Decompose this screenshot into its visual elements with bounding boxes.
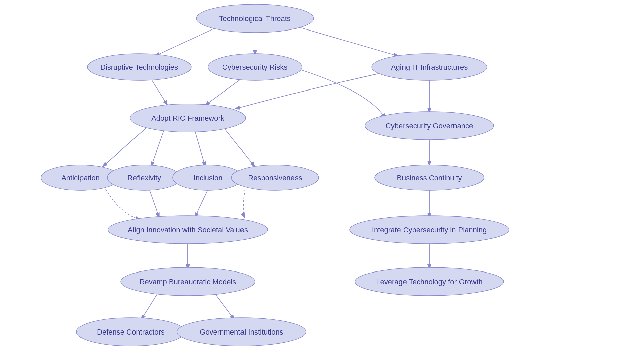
arrow-cyber-ric [205,79,241,106]
arrow-anticip-align [106,189,141,220]
label-integrate-cybersecurity: Integrate Cybersecurity in Planning [372,226,487,234]
label-aging-it: Aging IT Infrastructures [391,63,468,71]
diagram: Technological Threats Disruptive Technol… [0,0,644,362]
label-reflexivity: Reflexivity [127,174,161,182]
arrow-ric-responsiveness [223,127,255,167]
label-revamp-bureaucratic: Revamp Bureaucratic Models [140,278,236,286]
arrow-tech-aging [292,25,399,56]
arrow-ric-anticipation [102,127,148,167]
label-cybersecurity-risks: Cybersecurity Risks [222,63,287,71]
arrow-ric-inclusion [195,130,205,167]
label-governmental-institutions: Governmental Institutions [200,328,283,336]
label-anticipation: Anticipation [61,174,100,182]
label-leverage-technology: Leverage Technology for Growth [376,278,483,286]
label-responsiveness: Responsiveness [248,174,302,182]
arrow-disruptive-ric [151,79,168,106]
label-cybersecurity-governance: Cybersecurity Governance [386,122,473,130]
label-inclusion: Inclusion [194,174,223,182]
arrow-reflexivity-align [149,189,159,218]
arrow-tech-disruptive [154,25,221,56]
arrow-revamp-defense [141,293,158,320]
arrow-response-align [243,189,245,218]
label-adopt-ric: Adopt RIC Framework [151,114,225,122]
label-business-continuity: Business Continuity [397,174,462,182]
label-technological-threats: Technological Threats [219,14,291,23]
arrow-ric-reflexivity [151,129,164,167]
label-disruptive-technologies: Disruptive Technologies [100,63,178,71]
arrow-inclusion-align [195,189,208,218]
label-align-innovation: Align Innovation with Societal Values [128,226,248,234]
arrow-cyber-govn [292,67,386,119]
arrow-revamp-govt [215,293,235,320]
label-defense-contractors: Defense Contractors [97,328,165,336]
